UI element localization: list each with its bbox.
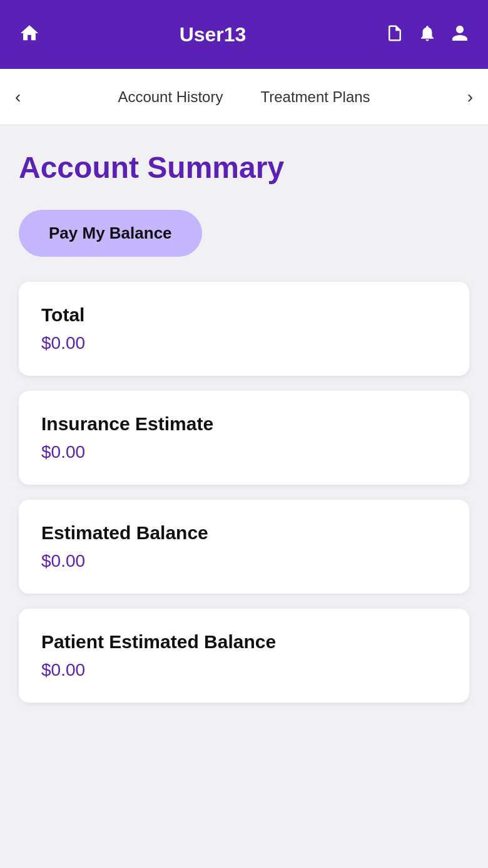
pay-balance-button[interactable]: Pay My Balance xyxy=(19,210,202,257)
page-title: Account Summary xyxy=(19,150,469,185)
patient-estimated-balance-label: Patient Estimated Balance xyxy=(41,631,447,653)
app-header: User13 xyxy=(0,0,488,69)
estimated-balance-label: Estimated Balance xyxy=(41,522,447,544)
person-icon[interactable] xyxy=(450,24,469,46)
home-icon[interactable] xyxy=(19,23,40,47)
estimated-balance-card: Estimated Balance $0.00 xyxy=(19,500,469,594)
total-value: $0.00 xyxy=(41,333,447,353)
document-icon[interactable] xyxy=(385,24,404,46)
main-content: Account Summary Pay My Balance Total $0.… xyxy=(0,125,488,868)
patient-estimated-balance-value: $0.00 xyxy=(41,660,447,680)
bell-icon[interactable] xyxy=(418,24,437,46)
insurance-estimate-value: $0.00 xyxy=(41,442,447,462)
tab-treatment-plans[interactable]: Treatment Plans xyxy=(260,83,370,111)
total-label: Total xyxy=(41,304,447,326)
total-card: Total $0.00 xyxy=(19,282,469,376)
user-name: User13 xyxy=(180,23,247,46)
insurance-estimate-card: Insurance Estimate $0.00 xyxy=(19,391,469,485)
tab-navigation: ‹ Account History Treatment Plans › xyxy=(0,69,488,125)
header-actions xyxy=(385,24,469,46)
tab-account-history[interactable]: Account History xyxy=(118,83,223,111)
nav-left-arrow[interactable]: ‹ xyxy=(15,87,21,107)
patient-estimated-balance-card: Patient Estimated Balance $0.00 xyxy=(19,609,469,703)
nav-right-arrow[interactable]: › xyxy=(467,87,473,107)
nav-tabs: Account History Treatment Plans xyxy=(118,83,370,111)
insurance-estimate-label: Insurance Estimate xyxy=(41,413,447,435)
estimated-balance-value: $0.00 xyxy=(41,551,447,571)
